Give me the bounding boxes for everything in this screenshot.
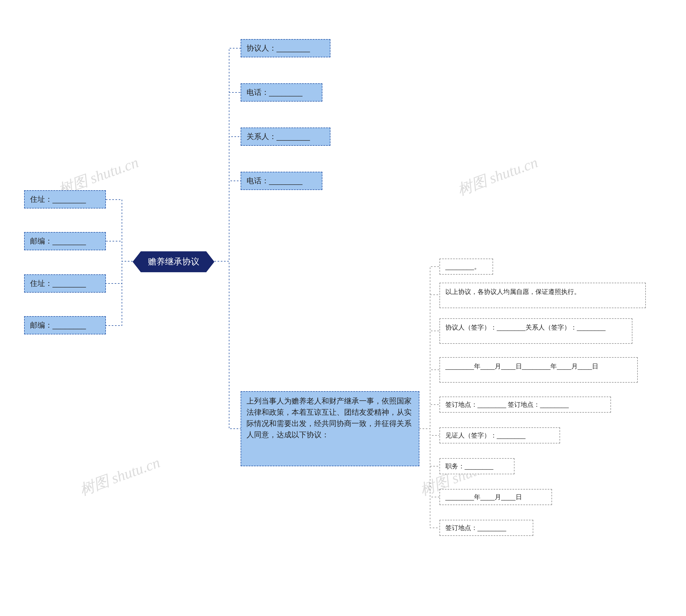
watermark: 树图 shutu.cn [455, 152, 540, 200]
node-label: 协议人：________ [246, 43, 310, 54]
node-label: ________年____月____日________年____月____日 [445, 361, 598, 371]
left-node-address-1[interactable]: 住址：________ [24, 190, 106, 208]
left-node-address-2[interactable]: 住址：________ [24, 274, 106, 292]
right-node-phone-2[interactable]: 电话：________ [241, 172, 323, 190]
sub-node-location-single[interactable]: 签订地点：________ [440, 520, 533, 536]
node-label: 住址：________ [30, 194, 86, 205]
diagram-canvas: 树图 shutu.cn 树图 shutu.cn 树图 shutu.cn 树图 s… [0, 0, 686, 616]
right-node-related[interactable]: 关系人：________ [241, 128, 330, 146]
sub-node-dates[interactable]: ________年____月____日________年____月____日 [440, 357, 638, 382]
root-label: 赡养继承协议 [148, 256, 199, 268]
node-label: 电话：________ [246, 175, 303, 186]
node-label: 签订地点：________ 签订地点：________ [445, 400, 569, 410]
node-label: 职务：________ [445, 461, 493, 471]
sub-node-position[interactable]: 职务：________ [440, 458, 514, 474]
node-label: 以上协议，各协议人均属自愿，保证遵照执行。 [445, 287, 580, 296]
watermark: 树图 shutu.cn [76, 453, 163, 501]
node-label: ________。 [445, 262, 481, 271]
sub-node-sign-parties[interactable]: 协议人（签字）：________关系人（签字）：________ [440, 318, 633, 344]
right-node-party[interactable]: 协议人：________ [241, 39, 330, 57]
right-body-node[interactable]: 上列当事人为赡养老人和财产继承一事，依照国家法律和政策，本着互谅互让、团结友爱精… [241, 391, 419, 466]
sub-node-date-single[interactable]: ________年____月____日 [440, 489, 552, 505]
left-node-zip-1[interactable]: 邮编：________ [24, 232, 106, 250]
node-label: 电话：________ [246, 87, 303, 98]
sub-node-blank[interactable]: ________。 [440, 259, 493, 274]
node-label: 上列当事人为赡养老人和财产继承一事，依照国家法律和政策，本着互谅互让、团结友爱精… [246, 395, 414, 440]
right-node-phone-1[interactable]: 电话：________ [241, 83, 323, 102]
sub-node-locations[interactable]: 签订地点：________ 签订地点：________ [440, 397, 611, 413]
node-label: ________年____月____日 [445, 492, 522, 502]
left-node-zip-2[interactable]: 邮编：________ [24, 316, 106, 334]
node-label: 协议人（签字）：________关系人（签字）：________ [445, 323, 605, 332]
node-label: 签订地点：________ [445, 523, 506, 533]
sub-node-witness[interactable]: 见证人（签字）：________ [440, 427, 560, 443]
sub-node-voluntary[interactable]: 以上协议，各协议人均属自愿，保证遵照执行。 [440, 283, 646, 308]
node-label: 见证人（签字）：________ [445, 431, 526, 440]
node-label: 关系人：________ [246, 131, 310, 142]
node-label: 住址：________ [30, 278, 86, 289]
node-label: 邮编：________ [30, 236, 86, 247]
root-node[interactable]: 赡养继承协议 [133, 251, 214, 272]
node-label: 邮编：________ [30, 320, 86, 331]
